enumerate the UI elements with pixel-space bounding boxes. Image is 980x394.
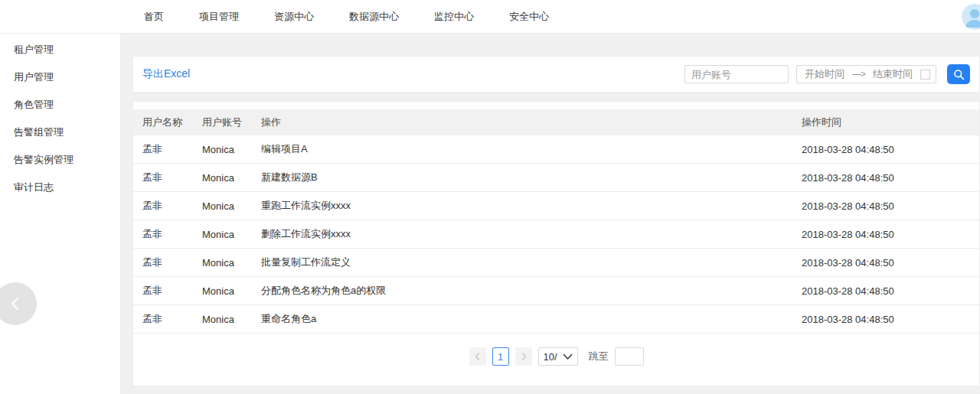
cell-operation-time: 2018-03-28 04:48:50 xyxy=(802,257,979,269)
user-avatar[interactable] xyxy=(962,4,980,30)
sidebar-item[interactable]: 用户管理 xyxy=(0,63,120,91)
table-header-row: 用户名称 用户账号 操作 操作时间 xyxy=(133,109,979,135)
calendar-box-icon xyxy=(920,70,930,80)
cell-operation-time: 2018-03-28 04:48:50 xyxy=(802,314,979,325)
top-nav-menu: 首页 项目管理 资源中心 数据源中心 监控中心 安全中心 xyxy=(144,10,549,24)
cell-operation: 重跑工作流实例xxxx xyxy=(261,199,802,213)
cell-user-account: Monica xyxy=(202,172,261,184)
cell-operation-time: 2018-03-28 04:48:50 xyxy=(802,172,979,184)
column-header-user-account: 用户账号 xyxy=(202,116,261,129)
nav-item[interactable]: 安全中心 xyxy=(509,10,549,24)
nav-item[interactable]: 监控中心 xyxy=(434,10,474,24)
column-header-operation: 操作 xyxy=(261,116,802,129)
date-end-placeholder: 结束时间 xyxy=(873,67,913,81)
nav-item[interactable]: 项目管理 xyxy=(199,10,239,24)
table-row: 孟非 Monica 新建数据源B 2018-03-28 04:48:50 xyxy=(133,164,979,192)
cell-user-name: 孟非 xyxy=(142,312,202,326)
page-size-select[interactable]: 10/ xyxy=(538,347,578,366)
cell-user-account: Monica xyxy=(202,285,261,297)
user-icon xyxy=(962,4,980,30)
table-row: 孟非 Monica 批量复制工作流定义 2018-03-28 04:48:50 xyxy=(133,249,979,277)
date-range-arrow-icon: —> xyxy=(852,69,865,80)
export-excel-link[interactable]: 导出Excel xyxy=(142,67,190,81)
next-page-button[interactable] xyxy=(515,347,532,366)
cell-user-account: Monica xyxy=(202,257,261,269)
chevron-left-icon xyxy=(473,352,482,361)
cell-user-name: 孟非 xyxy=(142,227,202,241)
table-row: 孟非 Monica 分配角色名称为角色a的权限 2018-03-28 04:48… xyxy=(133,277,979,305)
cell-operation: 新建数据源B xyxy=(261,171,802,184)
jump-page-input[interactable] xyxy=(615,347,644,366)
pagination: 1 10/ 跳至 xyxy=(133,347,979,366)
nav-item[interactable]: 资源中心 xyxy=(274,10,314,24)
chevron-left-icon xyxy=(3,291,28,316)
cell-operation: 重命名角色a xyxy=(261,312,802,326)
toolbar-panel: 导出Excel 开始时间 —> 结束时间 xyxy=(132,56,980,93)
nav-item[interactable]: 首页 xyxy=(144,10,164,24)
sidebar-item[interactable]: 角色管理 xyxy=(0,91,120,119)
table-row: 孟非 Monica 重命名角色a 2018-03-28 04:48:50 xyxy=(133,305,979,334)
sidebar-item[interactable]: 审计日志 xyxy=(0,174,120,201)
date-start-placeholder: 开始时间 xyxy=(805,67,844,81)
cell-operation-time: 2018-03-28 04:48:50 xyxy=(802,285,979,297)
cell-operation: 删除工作流实例xxxx xyxy=(261,227,802,241)
sidebar-item[interactable]: 告警实例管理 xyxy=(0,146,120,174)
cell-operation-time: 2018-03-28 04:48:50 xyxy=(802,200,979,212)
table-row: 孟非 Monica 重跑工作流实例xxxx 2018-03-28 04:48:5… xyxy=(133,192,979,220)
top-nav: 首页 项目管理 资源中心 数据源中心 监控中心 安全中心 xyxy=(0,0,980,34)
search-controls: 开始时间 —> 结束时间 xyxy=(684,64,970,84)
cell-operation: 批量复制工作流定义 xyxy=(261,256,802,269)
column-header-operation-time: 操作时间 xyxy=(802,116,979,129)
cell-user-name: 孟非 xyxy=(142,284,202,298)
table-body: 孟非 Monica 编辑项目A 2018-03-28 04:48:50 孟非 M… xyxy=(133,135,979,334)
date-range-picker[interactable]: 开始时间 —> 结束时间 xyxy=(796,65,936,83)
chevron-right-icon xyxy=(519,352,528,361)
page-size-value: 10/ xyxy=(544,351,557,363)
jump-label: 跳至 xyxy=(589,350,609,363)
current-page[interactable]: 1 xyxy=(492,347,509,366)
table-row: 孟非 Monica 删除工作流实例xxxx 2018-03-28 04:48:5… xyxy=(133,220,979,249)
cell-user-name: 孟非 xyxy=(142,142,202,156)
cell-operation-time: 2018-03-28 04:48:50 xyxy=(802,144,979,155)
cell-user-name: 孟非 xyxy=(142,199,202,213)
column-header-user-name: 用户名称 xyxy=(142,116,202,129)
cell-operation: 分配角色名称为角色a的权限 xyxy=(261,284,802,298)
cell-user-name: 孟非 xyxy=(142,171,202,184)
cell-user-name: 孟非 xyxy=(142,256,202,269)
sidebar: 租户管理 用户管理 角色管理 告警组管理 告警实例管理 审计日志 xyxy=(0,34,121,394)
cell-operation: 编辑项目A xyxy=(261,142,802,156)
cell-user-account: Monica xyxy=(202,144,261,155)
search-button[interactable] xyxy=(947,64,970,84)
chevron-down-icon xyxy=(563,353,573,360)
cell-user-account: Monica xyxy=(202,314,261,325)
table-panel: 用户名称 用户账号 操作 操作时间 孟非 Monica 编辑项目A 2018-0… xyxy=(132,101,980,386)
sidebar-item[interactable]: 租户管理 xyxy=(0,36,120,63)
search-icon xyxy=(953,69,965,80)
cell-operation-time: 2018-03-28 04:48:50 xyxy=(802,229,979,240)
nav-item[interactable]: 数据源中心 xyxy=(349,10,399,24)
table-row: 孟非 Monica 编辑项目A 2018-03-28 04:48:50 xyxy=(133,135,979,164)
user-account-input[interactable] xyxy=(684,65,789,83)
sidebar-item[interactable]: 告警组管理 xyxy=(0,119,120,146)
prev-page-button[interactable] xyxy=(469,347,486,366)
cell-user-account: Monica xyxy=(202,200,261,212)
cell-user-account: Monica xyxy=(202,229,261,240)
